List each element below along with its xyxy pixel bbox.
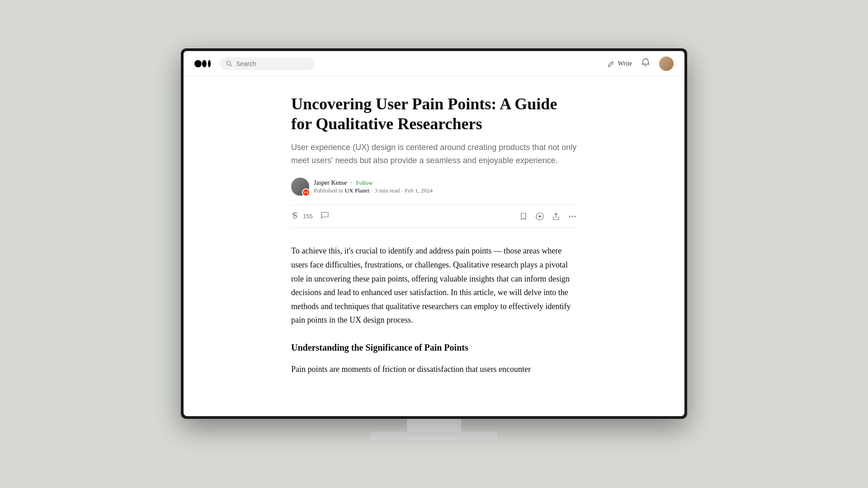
stand-neck bbox=[407, 419, 461, 432]
dot-separator: · bbox=[350, 179, 352, 187]
more-icon bbox=[568, 212, 577, 221]
svg-line-4 bbox=[230, 65, 231, 66]
share-button[interactable] bbox=[552, 212, 561, 221]
author-name: Jasper Kense bbox=[314, 179, 347, 187]
article-subtitle: User experience (UX) design is centered … bbox=[291, 141, 577, 167]
author-name-row: Jasper Kense · Follow bbox=[314, 179, 433, 187]
medium-logo-icon bbox=[194, 59, 212, 68]
avatar[interactable] bbox=[659, 56, 674, 71]
separator-dot-2: · bbox=[401, 187, 403, 194]
bookmark-icon bbox=[519, 212, 528, 221]
section-body-start: Pain points are moments of friction or d… bbox=[291, 362, 577, 376]
svg-point-0 bbox=[194, 60, 202, 67]
publish-date: Feb 1, 2024 bbox=[405, 187, 433, 194]
read-time: 3 min read bbox=[374, 187, 400, 194]
ux-badge: UX bbox=[302, 188, 310, 197]
svg-point-7 bbox=[572, 216, 573, 217]
author-meta: Jasper Kense · Follow Published in UX Pl… bbox=[314, 179, 433, 194]
comment-button[interactable] bbox=[320, 211, 329, 222]
author-info: Published in UX Planet · 3 min read · Fe… bbox=[314, 187, 433, 194]
write-button[interactable]: Write bbox=[607, 60, 632, 68]
navbar: Write bbox=[184, 51, 684, 76]
svg-point-6 bbox=[569, 216, 571, 217]
monitor-stand bbox=[181, 419, 687, 440]
svg-point-8 bbox=[575, 216, 576, 217]
clap-icon bbox=[291, 212, 300, 221]
published-in-label: Published in bbox=[314, 187, 343, 194]
search-container bbox=[220, 57, 315, 70]
write-icon bbox=[607, 60, 615, 68]
action-right bbox=[519, 212, 577, 221]
clap-button[interactable]: 155 bbox=[291, 212, 313, 221]
action-left: 155 bbox=[291, 211, 329, 222]
search-icon bbox=[226, 61, 232, 67]
svg-point-1 bbox=[202, 60, 207, 67]
bookmark-button[interactable] bbox=[519, 212, 528, 221]
separator-dot-1: · bbox=[371, 187, 373, 194]
notifications-button[interactable] bbox=[641, 58, 650, 69]
play-button[interactable] bbox=[535, 212, 544, 221]
author-row: UX Jasper Kense · Follow Published in UX… bbox=[291, 178, 577, 196]
follow-button[interactable]: Follow bbox=[356, 179, 373, 187]
play-icon bbox=[535, 212, 544, 221]
publication-link[interactable]: UX Planet bbox=[345, 187, 370, 194]
svg-point-2 bbox=[208, 60, 211, 67]
article-body: To achieve this, it's crucial to identif… bbox=[291, 244, 577, 376]
section-heading: Understanding the Significance of Pain P… bbox=[291, 340, 577, 355]
comment-icon bbox=[320, 211, 329, 220]
search-input[interactable] bbox=[236, 60, 308, 67]
write-label: Write bbox=[618, 60, 632, 67]
medium-logo[interactable] bbox=[194, 59, 212, 68]
navbar-left bbox=[194, 57, 315, 70]
author-avatar-wrapper: UX bbox=[291, 178, 309, 196]
clap-count: 155 bbox=[303, 213, 313, 220]
body-paragraph: To achieve this, it's crucial to identif… bbox=[291, 244, 577, 327]
share-icon bbox=[552, 212, 561, 221]
more-options-button[interactable] bbox=[568, 212, 577, 221]
bell-icon bbox=[641, 58, 650, 67]
navbar-right: Write bbox=[607, 56, 674, 71]
action-bar: 155 bbox=[291, 205, 577, 228]
article: Uncovering User Pain Points: A Guide for… bbox=[280, 76, 588, 416]
stand-base bbox=[371, 432, 497, 440]
article-title: Uncovering User Pain Points: A Guide for… bbox=[291, 94, 577, 133]
